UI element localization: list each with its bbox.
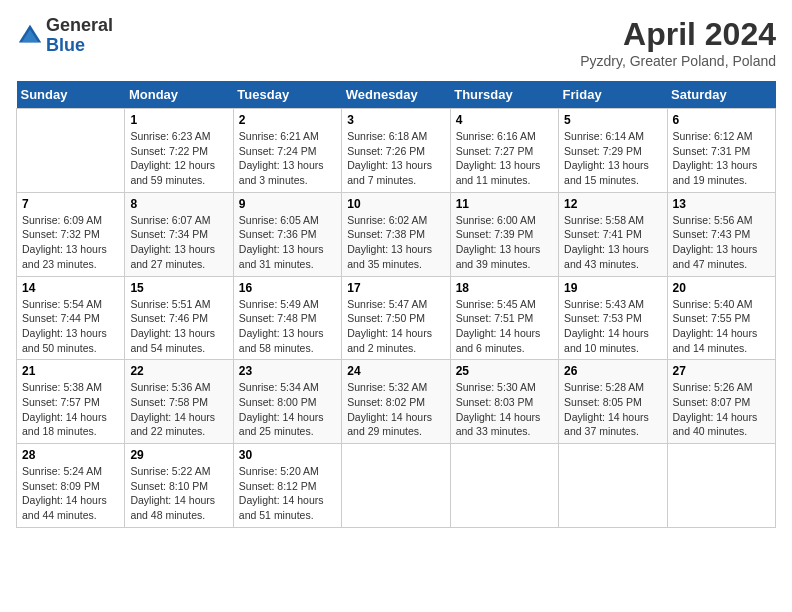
header-sunday: Sunday: [17, 81, 125, 109]
day-number: 30: [239, 448, 336, 462]
day-info: Sunrise: 6:05 AMSunset: 7:36 PMDaylight:…: [239, 213, 336, 272]
day-info: Sunrise: 5:20 AMSunset: 8:12 PMDaylight:…: [239, 464, 336, 523]
header-thursday: Thursday: [450, 81, 558, 109]
day-info: Sunrise: 5:36 AMSunset: 7:58 PMDaylight:…: [130, 380, 227, 439]
header-monday: Monday: [125, 81, 233, 109]
day-number: 6: [673, 113, 770, 127]
calendar-day-cell: 18Sunrise: 5:45 AMSunset: 7:51 PMDayligh…: [450, 276, 558, 360]
day-info: Sunrise: 6:12 AMSunset: 7:31 PMDaylight:…: [673, 129, 770, 188]
day-number: 10: [347, 197, 444, 211]
day-number: 16: [239, 281, 336, 295]
day-number: 9: [239, 197, 336, 211]
day-number: 26: [564, 364, 661, 378]
calendar-day-cell: 28Sunrise: 5:24 AMSunset: 8:09 PMDayligh…: [17, 444, 125, 528]
calendar-day-cell: 8Sunrise: 6:07 AMSunset: 7:34 PMDaylight…: [125, 192, 233, 276]
calendar-body: 1Sunrise: 6:23 AMSunset: 7:22 PMDaylight…: [17, 109, 776, 528]
calendar-day-cell: 30Sunrise: 5:20 AMSunset: 8:12 PMDayligh…: [233, 444, 341, 528]
day-number: 20: [673, 281, 770, 295]
day-number: 28: [22, 448, 119, 462]
title-block: April 2024 Pyzdry, Greater Poland, Polan…: [580, 16, 776, 69]
header-tuesday: Tuesday: [233, 81, 341, 109]
day-info: Sunrise: 5:26 AMSunset: 8:07 PMDaylight:…: [673, 380, 770, 439]
calendar-day-cell: 25Sunrise: 5:30 AMSunset: 8:03 PMDayligh…: [450, 360, 558, 444]
day-number: 17: [347, 281, 444, 295]
day-number: 23: [239, 364, 336, 378]
day-number: 22: [130, 364, 227, 378]
header-wednesday: Wednesday: [342, 81, 450, 109]
day-info: Sunrise: 5:56 AMSunset: 7:43 PMDaylight:…: [673, 213, 770, 272]
day-info: Sunrise: 6:23 AMSunset: 7:22 PMDaylight:…: [130, 129, 227, 188]
day-number: 3: [347, 113, 444, 127]
day-info: Sunrise: 5:45 AMSunset: 7:51 PMDaylight:…: [456, 297, 553, 356]
day-number: 24: [347, 364, 444, 378]
day-info: Sunrise: 5:24 AMSunset: 8:09 PMDaylight:…: [22, 464, 119, 523]
calendar-day-cell: 5Sunrise: 6:14 AMSunset: 7:29 PMDaylight…: [559, 109, 667, 193]
day-number: 29: [130, 448, 227, 462]
day-number: 18: [456, 281, 553, 295]
day-number: 5: [564, 113, 661, 127]
calendar-week-row: 21Sunrise: 5:38 AMSunset: 7:57 PMDayligh…: [17, 360, 776, 444]
calendar-day-cell: 19Sunrise: 5:43 AMSunset: 7:53 PMDayligh…: [559, 276, 667, 360]
day-info: Sunrise: 5:30 AMSunset: 8:03 PMDaylight:…: [456, 380, 553, 439]
calendar-day-cell: [450, 444, 558, 528]
day-info: Sunrise: 6:02 AMSunset: 7:38 PMDaylight:…: [347, 213, 444, 272]
calendar-day-cell: 22Sunrise: 5:36 AMSunset: 7:58 PMDayligh…: [125, 360, 233, 444]
day-info: Sunrise: 5:51 AMSunset: 7:46 PMDaylight:…: [130, 297, 227, 356]
day-info: Sunrise: 5:38 AMSunset: 7:57 PMDaylight:…: [22, 380, 119, 439]
calendar-table: Sunday Monday Tuesday Wednesday Thursday…: [16, 81, 776, 528]
calendar-day-cell: [559, 444, 667, 528]
day-number: 1: [130, 113, 227, 127]
calendar-header: Sunday Monday Tuesday Wednesday Thursday…: [17, 81, 776, 109]
day-info: Sunrise: 5:34 AMSunset: 8:00 PMDaylight:…: [239, 380, 336, 439]
calendar-week-row: 1Sunrise: 6:23 AMSunset: 7:22 PMDaylight…: [17, 109, 776, 193]
calendar-day-cell: 21Sunrise: 5:38 AMSunset: 7:57 PMDayligh…: [17, 360, 125, 444]
day-number: 15: [130, 281, 227, 295]
main-title: April 2024: [580, 16, 776, 53]
calendar-day-cell: 11Sunrise: 6:00 AMSunset: 7:39 PMDayligh…: [450, 192, 558, 276]
calendar-day-cell: 1Sunrise: 6:23 AMSunset: 7:22 PMDaylight…: [125, 109, 233, 193]
logo-blue-text: Blue: [46, 36, 113, 56]
calendar-day-cell: 20Sunrise: 5:40 AMSunset: 7:55 PMDayligh…: [667, 276, 775, 360]
day-info: Sunrise: 6:14 AMSunset: 7:29 PMDaylight:…: [564, 129, 661, 188]
calendar-day-cell: 13Sunrise: 5:56 AMSunset: 7:43 PMDayligh…: [667, 192, 775, 276]
day-number: 8: [130, 197, 227, 211]
header-saturday: Saturday: [667, 81, 775, 109]
day-number: 2: [239, 113, 336, 127]
calendar-day-cell: 10Sunrise: 6:02 AMSunset: 7:38 PMDayligh…: [342, 192, 450, 276]
day-info: Sunrise: 5:40 AMSunset: 7:55 PMDaylight:…: [673, 297, 770, 356]
day-info: Sunrise: 5:22 AMSunset: 8:10 PMDaylight:…: [130, 464, 227, 523]
calendar-day-cell: [342, 444, 450, 528]
calendar-day-cell: 23Sunrise: 5:34 AMSunset: 8:00 PMDayligh…: [233, 360, 341, 444]
subtitle: Pyzdry, Greater Poland, Poland: [580, 53, 776, 69]
day-info: Sunrise: 5:28 AMSunset: 8:05 PMDaylight:…: [564, 380, 661, 439]
calendar-day-cell: 17Sunrise: 5:47 AMSunset: 7:50 PMDayligh…: [342, 276, 450, 360]
calendar-day-cell: 15Sunrise: 5:51 AMSunset: 7:46 PMDayligh…: [125, 276, 233, 360]
day-info: Sunrise: 5:32 AMSunset: 8:02 PMDaylight:…: [347, 380, 444, 439]
day-number: 7: [22, 197, 119, 211]
logo-icon: [16, 22, 44, 50]
day-info: Sunrise: 5:58 AMSunset: 7:41 PMDaylight:…: [564, 213, 661, 272]
calendar-day-cell: [667, 444, 775, 528]
calendar-day-cell: 7Sunrise: 6:09 AMSunset: 7:32 PMDaylight…: [17, 192, 125, 276]
day-info: Sunrise: 5:54 AMSunset: 7:44 PMDaylight:…: [22, 297, 119, 356]
calendar-day-cell: 4Sunrise: 6:16 AMSunset: 7:27 PMDaylight…: [450, 109, 558, 193]
calendar-week-row: 7Sunrise: 6:09 AMSunset: 7:32 PMDaylight…: [17, 192, 776, 276]
day-number: 12: [564, 197, 661, 211]
calendar-day-cell: 2Sunrise: 6:21 AMSunset: 7:24 PMDaylight…: [233, 109, 341, 193]
day-info: Sunrise: 5:49 AMSunset: 7:48 PMDaylight:…: [239, 297, 336, 356]
calendar-day-cell: 6Sunrise: 6:12 AMSunset: 7:31 PMDaylight…: [667, 109, 775, 193]
weekday-header-row: Sunday Monday Tuesday Wednesday Thursday…: [17, 81, 776, 109]
day-info: Sunrise: 6:07 AMSunset: 7:34 PMDaylight:…: [130, 213, 227, 272]
day-info: Sunrise: 6:09 AMSunset: 7:32 PMDaylight:…: [22, 213, 119, 272]
day-info: Sunrise: 6:21 AMSunset: 7:24 PMDaylight:…: [239, 129, 336, 188]
logo-general-text: General: [46, 16, 113, 36]
calendar-day-cell: 16Sunrise: 5:49 AMSunset: 7:48 PMDayligh…: [233, 276, 341, 360]
header-friday: Friday: [559, 81, 667, 109]
calendar-day-cell: 29Sunrise: 5:22 AMSunset: 8:10 PMDayligh…: [125, 444, 233, 528]
day-number: 13: [673, 197, 770, 211]
logo: General Blue: [16, 16, 113, 56]
calendar-day-cell: 3Sunrise: 6:18 AMSunset: 7:26 PMDaylight…: [342, 109, 450, 193]
calendar-day-cell: 9Sunrise: 6:05 AMSunset: 7:36 PMDaylight…: [233, 192, 341, 276]
day-info: Sunrise: 6:00 AMSunset: 7:39 PMDaylight:…: [456, 213, 553, 272]
calendar-day-cell: 24Sunrise: 5:32 AMSunset: 8:02 PMDayligh…: [342, 360, 450, 444]
